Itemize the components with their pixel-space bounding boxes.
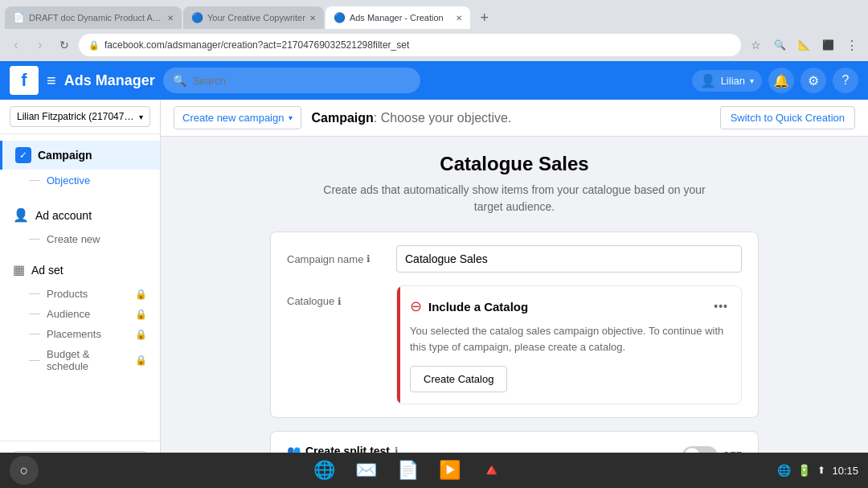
extension-btn-1[interactable]: 🔍 xyxy=(770,35,789,55)
reload-button[interactable]: ↻ xyxy=(55,35,74,55)
fb-logo: f xyxy=(10,66,39,95)
search-bar[interactable]: 🔍 xyxy=(163,68,420,93)
taskbar: ○ 🌐 ✉️ 📄 ▶️ 🔺 🌐 🔋 ⬆ 10:15 xyxy=(0,453,868,488)
taskbar-app-docs[interactable]: 📄 xyxy=(392,454,424,486)
create-campaign-label: Create new campaign xyxy=(182,112,284,124)
user-profile-button[interactable]: 👤 Lilian ▾ xyxy=(692,70,762,92)
objective-line-icon xyxy=(29,180,40,181)
tab-1-favicon: 📄 xyxy=(13,12,25,23)
campaign-name-input[interactable] xyxy=(396,245,742,273)
sidebar-item-objective[interactable]: Objective xyxy=(0,170,160,191)
chevron-down-icon: ▾ xyxy=(750,76,754,85)
ad-set-icon: ▦ xyxy=(13,262,25,277)
new-tab-button[interactable]: + xyxy=(473,6,496,29)
products-line-icon xyxy=(29,293,40,294)
extension-btn-3[interactable]: ⬛ xyxy=(818,35,837,55)
catalogue-card-body: You selected the catalog sales campaign … xyxy=(410,323,728,355)
taskbar-left: ○ xyxy=(10,456,39,485)
sidebar-item-create-new[interactable]: Create new xyxy=(0,229,160,249)
breadcrumb: Campaign : Choose your objective. xyxy=(311,111,511,125)
taskbar-app-gmail[interactable]: ✉️ xyxy=(350,454,383,486)
taskbar-app-drive[interactable]: 🔺 xyxy=(476,454,508,486)
tab-1-close[interactable]: ✕ xyxy=(167,14,174,23)
sidebar-item-ad-set-label: Ad set xyxy=(31,264,63,277)
user-bar: Lilian Fitzpatrick (2170476... ▾ xyxy=(0,100,160,134)
help-button[interactable]: ? xyxy=(833,68,858,93)
bookmark-button[interactable]: ☆ xyxy=(746,35,765,55)
tab-1[interactable]: 📄 DRAFT doc Dynamic Product Ac... ✕ xyxy=(5,6,182,29)
campaign-name-info-icon[interactable]: ℹ xyxy=(366,253,371,265)
campaign-check-icon: ✓ xyxy=(15,147,31,163)
sidebar-item-objective-label: Objective xyxy=(47,174,90,187)
tab-2-favicon: 🔵 xyxy=(191,12,203,23)
catalogue-red-border xyxy=(397,286,400,404)
notifications-button[interactable]: 🔔 xyxy=(768,68,794,93)
sidebar-section-ad-account: 👤 Ad account Create new xyxy=(0,198,160,252)
page-title: Catalogue Sales xyxy=(270,153,759,175)
tab-3-favicon: 🔵 xyxy=(334,12,346,23)
content-inner: Catalogue Sales Create ads that automati… xyxy=(257,137,772,488)
catalogue-row: Catalogue ℹ ⊖ Include a Catalog xyxy=(287,285,742,404)
ad-account-icon: 👤 xyxy=(13,207,29,223)
tab-3[interactable]: 🔵 Ads Manager - Creation ✕ xyxy=(326,6,470,29)
lock-icon: 🔒 xyxy=(88,40,100,51)
tab-3-close[interactable]: ✕ xyxy=(456,14,462,23)
sidebar-item-ad-set[interactable]: ▦ Ad set xyxy=(0,256,160,284)
catalogue-menu-icon[interactable]: ••• xyxy=(714,300,728,313)
sidebar-item-budget-schedule[interactable]: Budget & schedule 🔒 xyxy=(0,344,160,376)
sidebar: Lilian Fitzpatrick (2170476... ▾ ✓ Campa… xyxy=(0,100,161,488)
tab-2-close[interactable]: ✕ xyxy=(309,14,316,23)
main-layout: Lilian Fitzpatrick (2170476... ▾ ✓ Campa… xyxy=(0,100,868,488)
taskbar-app-chrome[interactable]: 🌐 xyxy=(309,454,341,486)
sidebar-item-ad-account[interactable]: 👤 Ad account xyxy=(0,201,160,229)
sidebar-item-ad-account-label: Ad account xyxy=(35,209,92,222)
sidebar-item-budget-label: Budget & schedule xyxy=(47,348,132,372)
placements-line-icon xyxy=(29,334,40,334)
settings-button[interactable]: ⚙ xyxy=(800,68,826,93)
fb-header: f ≡ Ads Manager 🔍 👤 Lilian ▾ 🔔 ⚙ ? xyxy=(0,61,868,100)
campaign-name-label: Campaign name ℹ xyxy=(287,253,383,265)
campaign-name-row: Campaign name ℹ xyxy=(287,245,742,273)
sidebar-item-placements[interactable]: Placements 🔒 xyxy=(0,324,160,344)
url-bar[interactable]: 🔒 facebook.com/adsmanager/creation?act=2… xyxy=(79,34,741,56)
start-button[interactable]: ○ xyxy=(10,456,39,485)
taskbar-app-youtube[interactable]: ▶️ xyxy=(434,454,466,486)
catalogue-card-title: Include a Catalog xyxy=(428,300,528,314)
sidebar-item-create-new-label: Create new xyxy=(47,233,100,245)
catalogue-card-title-row: ⊖ Include a Catalog xyxy=(410,297,528,315)
right-panel: Create new campaign ▾ Campaign : Choose … xyxy=(161,100,868,488)
sidebar-item-products[interactable]: Products 🔒 xyxy=(0,284,160,304)
forward-button[interactable]: › xyxy=(31,35,50,55)
search-icon: 🔍 xyxy=(173,74,186,87)
sidebar-item-audience[interactable]: Audience 🔒 xyxy=(0,304,160,324)
tab-2-title: Your Creative Copywriter xyxy=(207,13,305,23)
budget-lock-icon: 🔒 xyxy=(135,355,147,366)
sidebar-item-campaign[interactable]: ✓ Campaign xyxy=(0,141,160,170)
sidebar-section-ad-set: ▦ Ad set Products 🔒 Audience 🔒 Placement… xyxy=(0,252,160,441)
campaign-breadcrumb-subtitle: : Choose your objective. xyxy=(374,111,512,125)
extension-btn-2[interactable]: 📐 xyxy=(794,35,813,55)
user-account-dropdown[interactable]: Lilian Fitzpatrick (2170476... ▾ xyxy=(10,106,150,127)
url-text: facebook.com/adsmanager/creation?act=217… xyxy=(104,39,731,51)
content-area: Catalogue Sales Create ads that automati… xyxy=(161,137,868,488)
products-lock-icon: 🔒 xyxy=(135,289,147,300)
create-campaign-chevron-icon: ▾ xyxy=(289,113,293,122)
tab-bar: 📄 DRAFT doc Dynamic Product Ac... ✕ 🔵 Yo… xyxy=(0,0,868,29)
create-campaign-dropdown[interactable]: Create new campaign ▾ xyxy=(174,106,301,129)
tab-3-title: Ads Manager - Creation xyxy=(350,13,452,23)
chrome-menu-button[interactable]: ⋮ xyxy=(842,35,862,55)
network-indicator: 🌐 xyxy=(777,464,791,477)
audience-line-icon xyxy=(29,314,40,314)
create-catalog-button[interactable]: Create Catalog xyxy=(410,366,507,392)
back-button[interactable]: ‹ xyxy=(6,35,26,55)
dropdown-chevron-icon: ▾ xyxy=(139,113,143,121)
search-input[interactable] xyxy=(193,75,411,87)
switch-quick-button[interactable]: Switch to Quick Creation xyxy=(720,106,855,129)
sidebar-item-products-label: Products xyxy=(47,288,132,300)
sidebar-item-campaign-label: Campaign xyxy=(38,149,92,162)
catalogue-info-icon[interactable]: ℹ xyxy=(338,296,342,307)
tab-2[interactable]: 🔵 Your Creative Copywriter ✕ xyxy=(183,6,324,29)
user-account-label: Lilian Fitzpatrick (2170476... xyxy=(17,111,134,122)
placements-lock-icon: 🔒 xyxy=(135,329,147,340)
hamburger-icon[interactable]: ≡ xyxy=(47,72,56,90)
